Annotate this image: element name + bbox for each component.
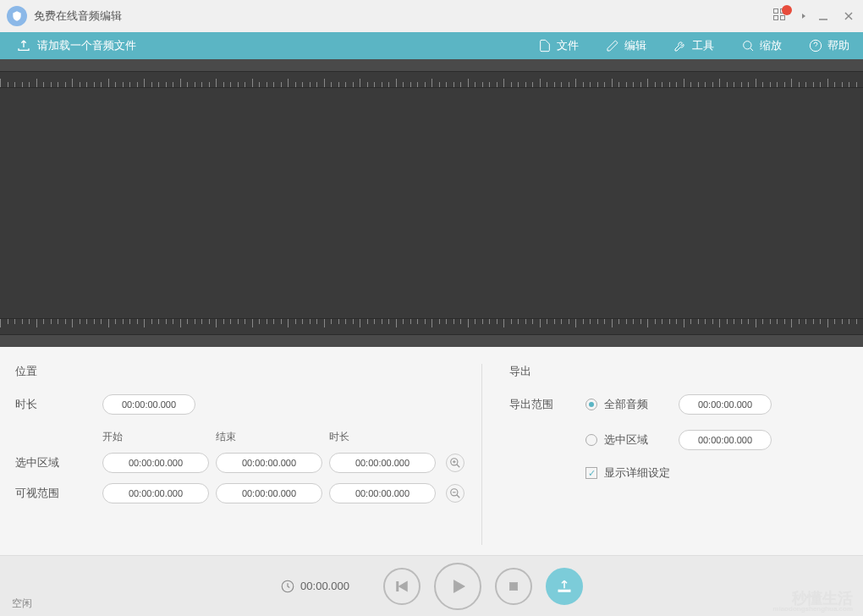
- selection-length[interactable]: 00:00:00.000: [329, 453, 436, 473]
- svg-marker-15: [399, 581, 407, 591]
- checkbox-show-details-label: 显示详细设定: [604, 465, 670, 481]
- app-title: 免费在线音频编辑: [34, 8, 773, 24]
- rewind-button[interactable]: [383, 568, 421, 605]
- waveform-strip-top: [0, 59, 863, 71]
- waveform-canvas[interactable]: [0, 88, 863, 318]
- visible-length[interactable]: 00:00:00.000: [329, 483, 436, 503]
- notification-badge: [782, 5, 792, 15]
- edit-menu[interactable]: 编辑: [592, 32, 660, 59]
- svg-rect-14: [397, 581, 399, 591]
- export-panel: 导出 导出范围 全部音频 00:00:00.000 选中区域 00:00:00.…: [481, 364, 848, 545]
- close-button[interactable]: [841, 8, 856, 24]
- load-file-button[interactable]: 请加载一个音频文件: [8, 33, 145, 58]
- status-text: 空闲: [12, 597, 32, 611]
- visible-end[interactable]: 00:00:00.000: [216, 483, 322, 503]
- selection-end[interactable]: 00:00:00.000: [216, 453, 322, 473]
- position-header: 位置: [15, 364, 464, 379]
- playback-time: 00:00.000: [280, 579, 349, 594]
- playback-bar: 00:00.000 空闲 秒懂生活 miaodongshenghua.com: [0, 555, 863, 616]
- svg-rect-17: [509, 582, 517, 590]
- visible-start[interactable]: 00:00:00.000: [102, 483, 209, 503]
- start-header: 开始: [102, 430, 209, 444]
- position-panel: 位置 时长 00:00:00.000 开始 结束 时长 选中区域 00:00:0…: [15, 364, 464, 545]
- waveform-strip-bottom: [0, 335, 863, 347]
- selection-label: 选中区域: [15, 455, 96, 470]
- minimize-button[interactable]: [816, 8, 831, 24]
- toolbar: 请加载一个音频文件 文件 编辑 工具 缩放 帮助: [0, 32, 863, 59]
- export-button[interactable]: [546, 568, 583, 605]
- zoom-out-button[interactable]: [446, 484, 464, 503]
- visible-label: 可视范围: [15, 486, 96, 501]
- caret-right-icon: [802, 14, 805, 19]
- load-file-label: 请加载一个音频文件: [37, 38, 136, 53]
- length-header: 时长: [329, 430, 436, 444]
- export-selected-time[interactable]: 00:00:00.000: [679, 430, 772, 450]
- title-bar: 免费在线音频编辑: [0, 0, 863, 32]
- export-header: 导出: [509, 364, 848, 379]
- radio-all-audio-label: 全部音频: [604, 397, 672, 412]
- zoom-in-button[interactable]: [446, 454, 464, 472]
- duration-label: 时长: [15, 397, 96, 412]
- selection-start[interactable]: 00:00:00.000: [102, 453, 209, 473]
- zoom-menu[interactable]: 缩放: [728, 32, 795, 59]
- watermark: 秒懂生活 miaodongshenghua.com: [772, 591, 853, 613]
- help-menu[interactable]: 帮助: [795, 32, 863, 59]
- ruler-bottom[interactable]: [0, 318, 863, 335]
- radio-selected-label: 选中区域: [604, 432, 672, 448]
- stop-button[interactable]: [495, 568, 532, 605]
- file-menu[interactable]: 文件: [525, 32, 592, 59]
- end-header: 结束: [216, 430, 322, 444]
- tools-menu[interactable]: 工具: [660, 32, 728, 59]
- svg-line-11: [457, 495, 460, 498]
- checkbox-show-details[interactable]: [585, 467, 597, 479]
- apps-icon[interactable]: [773, 8, 789, 24]
- radio-all-audio[interactable]: [585, 399, 597, 410]
- svg-line-7: [457, 465, 460, 468]
- info-panel: 位置 时长 00:00:00.000 开始 结束 时长 选中区域 00:00:0…: [0, 347, 863, 555]
- radio-selected[interactable]: [585, 434, 597, 446]
- duration-value[interactable]: 00:00:00.000: [102, 394, 195, 415]
- svg-point-3: [744, 41, 751, 49]
- waveform-area: [0, 59, 863, 347]
- ruler-top[interactable]: [0, 71, 863, 88]
- export-all-time[interactable]: 00:00:00.000: [679, 394, 772, 415]
- svg-marker-16: [453, 580, 464, 592]
- play-button[interactable]: [434, 563, 481, 610]
- app-icon: [7, 6, 27, 26]
- svg-line-4: [750, 48, 753, 51]
- export-range-label: 导出范围: [509, 397, 577, 412]
